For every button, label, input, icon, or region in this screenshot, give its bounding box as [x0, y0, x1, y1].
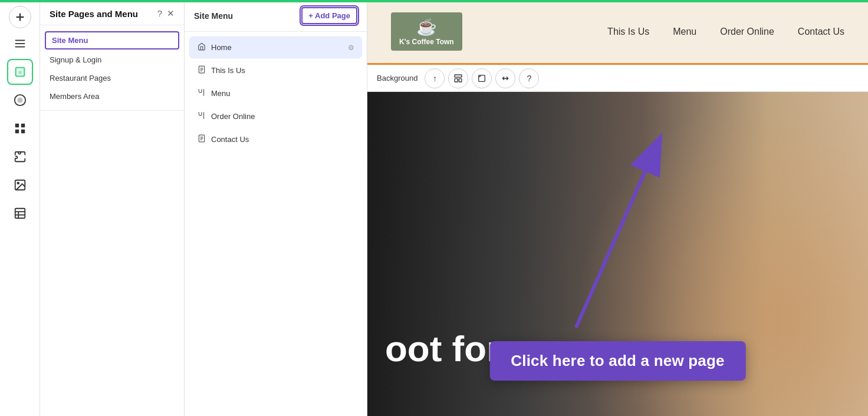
callout-text: Click here to add a new page [511, 352, 724, 369]
svg-rect-14 [15, 209, 25, 219]
page-item-menu-label: Menu [211, 89, 231, 98]
svg-rect-29 [479, 75, 485, 81]
page-item-order-online[interactable]: Order Online [189, 105, 362, 127]
puzzle-toolbar-icon[interactable] [7, 144, 33, 170]
image-toolbar-icon[interactable] [7, 172, 33, 198]
hero-text: oot for [385, 329, 501, 369]
panel-nav: Site Menu Signup & Login Restaurant Page… [40, 25, 184, 111]
site-menu-nav-item[interactable]: Site Menu [45, 31, 179, 49]
add-toolbar-icon[interactable] [9, 6, 31, 28]
order-online-page-icon [197, 111, 206, 121]
page-item-this-is-us-label: This Is Us [211, 66, 245, 75]
svg-rect-9 [21, 124, 24, 127]
pages-toolbar-icon[interactable]: ≡ [7, 59, 33, 85]
website-header: ☕ K's Coffee Town This Is Us Menu Order … [367, 0, 868, 65]
left-toolbar: ≡ [0, 0, 40, 416]
panel-title: Site Pages and Menu [50, 9, 138, 19]
site-menu-title: Site Menu [194, 11, 233, 21]
page-item-order-online-label: Order Online [211, 112, 255, 121]
site-menu-header: Site Menu + Add Page [185, 0, 367, 32]
logo-area: ☕ K's Coffee Town [391, 12, 462, 51]
svg-rect-8 [15, 124, 18, 127]
home-page-icon [197, 42, 206, 52]
svg-point-7 [18, 98, 22, 102]
svg-text:≡: ≡ [18, 70, 21, 75]
signup-login-nav-item[interactable]: Signup & Login [40, 51, 184, 69]
this-is-us-page-icon [197, 65, 206, 75]
page-item-home-label: Home [211, 43, 232, 52]
crop-btn[interactable] [472, 68, 492, 88]
svg-rect-28 [459, 78, 462, 81]
add-page-label: + Add Page [308, 11, 350, 20]
table-toolbar-icon[interactable] [7, 200, 33, 226]
page-item-menu[interactable]: Menu [189, 82, 362, 104]
logo-text: K's Coffee Town [399, 38, 454, 46]
nav-menu[interactable]: Menu [673, 27, 696, 37]
main-preview: ☕ K's Coffee Town This Is Us Menu Order … [367, 0, 868, 416]
move-up-btn[interactable]: ↑ [425, 68, 445, 88]
nav-this-is-us[interactable]: This Is Us [607, 27, 649, 37]
page-item-home[interactable]: Home ⚙ [189, 37, 362, 58]
menu-lines-toolbar-icon[interactable] [7, 31, 33, 57]
background-label: Background [377, 74, 417, 82]
svg-rect-26 [455, 75, 462, 77]
page-item-contact-us[interactable]: Contact Us [189, 128, 362, 150]
panel-header: Site Pages and Menu ? ✕ [40, 0, 184, 25]
members-area-nav-item[interactable]: Members Area [40, 87, 184, 105]
paint-toolbar-icon[interactable] [7, 87, 33, 113]
page-item-contact-us-label: Contact Us [211, 135, 249, 144]
page-item-this-is-us[interactable]: This Is Us [189, 60, 362, 81]
restaurant-pages-nav-item[interactable]: Restaurant Pages [40, 69, 184, 87]
svg-rect-11 [21, 130, 24, 133]
panel-header-icons: ? ✕ [157, 8, 175, 19]
nav-order-online[interactable]: Order Online [720, 27, 774, 37]
svg-point-13 [17, 182, 19, 184]
contact-us-page-icon [197, 134, 206, 144]
nav-links: This Is Us Menu Order Online Contact Us [607, 27, 844, 37]
stretch-btn[interactable] [495, 68, 515, 88]
callout-box: Click here to add a new page [489, 341, 745, 381]
svg-rect-27 [455, 78, 458, 81]
help-btn[interactable]: ? [519, 68, 539, 88]
help-icon[interactable]: ? [157, 8, 162, 19]
hero-area: oot for Click here to add a new page [367, 92, 868, 416]
logo-icon: ☕ [416, 17, 437, 37]
menu-page-icon [197, 88, 206, 98]
page-settings-icon[interactable]: ⚙ [348, 44, 354, 52]
layout-btn[interactable] [448, 68, 468, 88]
menu-pages-list: Home ⚙ This Is Us Menu [185, 32, 367, 155]
site-menu-column: Site Menu + Add Page Home ⚙ This Is Us [185, 0, 367, 416]
add-page-button[interactable]: + Add Page [301, 7, 357, 24]
nav-contact-us[interactable]: Contact Us [798, 27, 844, 37]
site-pages-panel: Site Pages and Menu ? ✕ Site Menu Signup… [40, 0, 185, 416]
svg-rect-10 [15, 130, 18, 133]
grid-toolbar-icon[interactable] [7, 115, 33, 141]
top-green-bar [0, 0, 868, 2]
editor-toolbar-strip: Background ↑ ? [367, 65, 868, 92]
close-icon[interactable]: ✕ [167, 8, 175, 19]
